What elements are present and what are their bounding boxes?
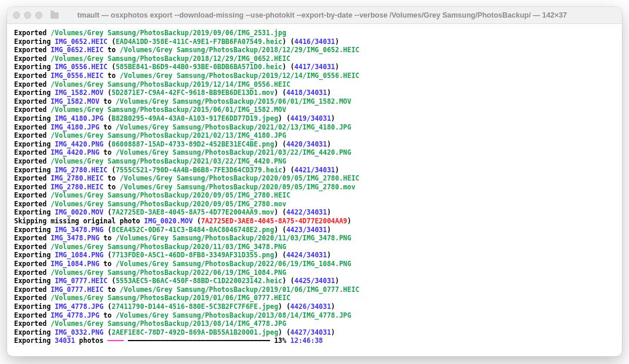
terminal-text: /Volumes/Grey Samsung/PhotosBackup/2015/…: [116, 97, 351, 106]
terminal-text: /Volumes/Grey Samsung/PhotosBackup/2020/…: [50, 243, 286, 251]
terminal-line: Exporting IMG_3478.PNG (8CEA452C-0D67-41…: [14, 226, 615, 234]
terminal-text: IMG_4778.JPG: [55, 302, 103, 311]
terminal-text: /Volumes/Grey Samsung/PhotosBackup/2019/…: [120, 72, 360, 80]
terminal-text: 4421/34031: [295, 166, 335, 174]
terminal-text: 7713FDE0-A5C1-46DD-8FB8-3349AF31D355.png: [111, 251, 274, 259]
terminal-text: B82B0295-49A4-43A0-A103-917E6DD77D19.jpe…: [111, 114, 278, 123]
terminal-line: Exported IMG_0777.HEIC to /Volumes/Grey …: [14, 285, 615, 294]
terminal-text: Exporting: [14, 277, 55, 285]
terminal-text: 4422/34031: [286, 208, 327, 216]
terminal-text: 7A2725ED-3AE8-4045-8A75-4D77E2004AA9.mov: [111, 208, 274, 216]
terminal-line: Exporting IMG_1582.MOV (5D2871E7-C9A4-42…: [14, 89, 615, 97]
progress-percent: 13%: [270, 336, 290, 345]
terminal-text: Exported: [14, 260, 50, 268]
terminal-line: Exporting IMG_1084.PNG (7713FDE0-A5C1-46…: [14, 251, 615, 260]
terminal-text: (: [103, 140, 111, 148]
terminal-text: ) (: [274, 251, 286, 259]
terminal-text: IMG_0777.HEIC: [50, 285, 103, 294]
terminal-text: /Volumes/Grey Samsung/PhotosBackup/2019/…: [50, 29, 286, 37]
terminal-text: ): [327, 140, 331, 148]
terminal-window: tmault — osxphotos export --download-mis…: [7, 7, 622, 356]
terminal-text: Exported: [14, 268, 50, 277]
terminal-text: Exported: [14, 97, 50, 106]
terminal-line: Exported /Volumes/Grey Samsung/PhotosBac…: [14, 243, 615, 251]
terminal-text: Exporting: [14, 63, 55, 71]
terminal-text: Exporting: [14, 38, 55, 46]
titlebar[interactable]: tmault — osxphotos export --download-mis…: [7, 7, 622, 24]
terminal-text: ) (: [278, 302, 290, 311]
terminal-text: 4419/34031: [290, 114, 331, 123]
terminal-text: IMG_2780.HEIC: [55, 166, 107, 174]
terminal-line: Exporting IMG_2780.HEIC (7555C521-790D-4…: [14, 166, 615, 175]
terminal-text: IMG_0020.MOV: [55, 208, 103, 216]
terminal-line: Exporting IMG_0777.HEIC (5553AEC5-B6AC-4…: [14, 277, 615, 285]
terminal-text: 5D2871E7-C9A4-42FC-9618-BB9EB6DE13D1.mov: [111, 89, 274, 97]
terminal-text: ): [331, 328, 335, 336]
terminal-text: Exported: [14, 294, 50, 302]
terminal-text: to: [99, 311, 116, 319]
terminal-text: IMG_1084.PNG: [50, 260, 99, 268]
terminal-line: Exporting IMG_0652.HEIC (EAD4A1DD-358E-4…: [14, 38, 615, 46]
terminal-line: Exported IMG_1084.PNG to /Volumes/Grey S…: [14, 260, 615, 268]
terminal-text: to: [99, 260, 116, 268]
terminal-text: Exported: [14, 106, 50, 114]
terminal-text: Exporting: [14, 251, 55, 259]
terminal-text: to: [99, 97, 116, 106]
terminal-line: Exported /Volumes/Grey Samsung/PhotosBac…: [14, 268, 615, 277]
terminal-text: ): [335, 166, 339, 174]
terminal-text: ): [327, 251, 331, 259]
terminal-text: /Volumes/Grey Samsung/PhotosBackup/2019/…: [50, 80, 290, 89]
terminal-text: Exporting: [14, 328, 55, 336]
terminal-text: Skipping missing original photo: [14, 217, 144, 225]
terminal-text: 4423/34031: [286, 226, 327, 234]
terminal-text: photos: [75, 336, 107, 345]
terminal-text: /Volumes/Grey Samsung/PhotosBackup/2022/…: [50, 268, 286, 277]
terminal-text: Exported: [14, 131, 50, 140]
terminal-line: Exported IMG_1582.MOV to /Volumes/Grey S…: [14, 97, 615, 106]
progress-bar-rest: ━━━━━━━━━━━━━━━━━━━━━━━━━━━━━━━━━━━: [124, 336, 270, 345]
terminal-text: IMG_0556.HEIC: [55, 63, 107, 71]
terminal-line: Exported IMG_3478.PNG to /Volumes/Grey S…: [14, 234, 615, 243]
terminal-text: (: [103, 302, 111, 311]
terminal-text: /Volumes/Grey Samsung/PhotosBackup/2013/…: [116, 311, 351, 319]
terminal-text: IMG_1582.MOV: [55, 89, 103, 97]
terminal-text: ): [335, 38, 339, 46]
terminal-text: to: [99, 234, 116, 242]
terminal-text: (: [193, 217, 201, 225]
terminal-text: Exported: [14, 200, 50, 208]
terminal-text: (: [103, 226, 111, 234]
terminal-text: 4420/34031: [286, 140, 327, 148]
terminal-text: 7555C521-790D-4A4B-B6B8-7FE3D64CD379.hei…: [116, 166, 282, 174]
terminal-text: IMG_4420.PNG: [50, 148, 99, 157]
terminal-text: Exported: [14, 148, 50, 157]
progress-eta: 12:46:38: [290, 336, 323, 345]
terminal-line: Exporting IMG_4420.PNG (06008887-15AD-47…: [14, 140, 615, 149]
terminal-text: /Volumes/Grey Samsung/PhotosBackup/2019/…: [50, 294, 290, 302]
terminal-text: Exporting: [14, 114, 55, 123]
terminal-line: Exported /Volumes/Grey Samsung/PhotosBac…: [14, 131, 615, 140]
terminal-text: ): [335, 277, 339, 285]
terminal-line: Exported IMG_2780.HEIC to /Volumes/Grey …: [14, 174, 615, 183]
close-icon[interactable]: [13, 12, 20, 19]
terminal-text: Exported: [14, 46, 50, 54]
terminal-text: /Volumes/Grey Samsung/PhotosBackup/2020/…: [120, 183, 356, 191]
terminal-text: 4416/34031: [295, 38, 335, 46]
terminal-text: 4417/34031: [295, 63, 335, 71]
terminal-text: Exporting: [14, 302, 55, 311]
terminal-line: Exported IMG_2780.HEIC to /Volumes/Grey …: [14, 183, 615, 192]
terminal-text: (: [107, 166, 116, 174]
terminal-text: 4418/34031: [286, 89, 327, 97]
progress-line: Exporting 34031 photos ━━━━ ━━━━━━━━━━━━…: [14, 336, 615, 345]
terminal-text: Exported: [14, 285, 50, 294]
terminal-line: Exported IMG_4420.PNG to /Volumes/Grey S…: [14, 148, 615, 157]
terminal-text: ) (: [278, 328, 290, 336]
terminal-text: Exported: [14, 157, 50, 165]
terminal-output[interactable]: Exported /Volumes/Grey Samsung/PhotosBac…: [7, 24, 622, 351]
terminal-text: ) (: [274, 140, 286, 148]
terminal-text: IMG_2780.HEIC: [50, 174, 103, 182]
terminal-text: to: [103, 72, 120, 80]
terminal-text: 06008887-15AD-4733-89D2-452BE31EC4BE.png: [111, 140, 274, 148]
terminal-text: IMG_0556.HEIC: [50, 72, 103, 80]
terminal-text: 4427/34031: [290, 328, 331, 336]
terminal-text: to: [103, 183, 120, 191]
